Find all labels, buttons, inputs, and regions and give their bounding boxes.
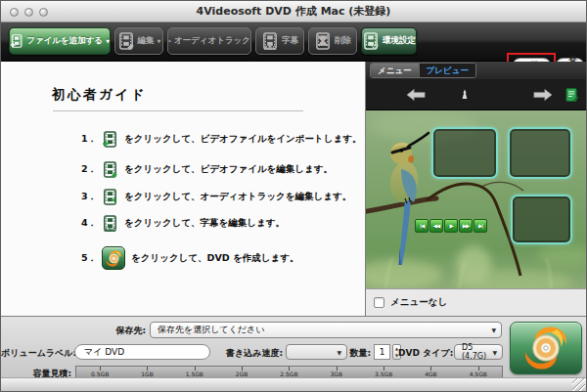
volume-name-input[interactable]: マイ DVD <box>74 344 210 360</box>
tab-preview[interactable]: プレビュー <box>420 64 475 77</box>
audio-track-label: オーディオトラック <box>174 35 250 47</box>
destination-label: 保存先: <box>60 325 146 337</box>
menu-preview-area: |◀ ◀◀ ▶ ▶▶ ▶| <box>366 110 587 288</box>
next-menu-arrow-icon[interactable] <box>532 88 554 102</box>
menu-template-glyph-icon <box>461 89 469 100</box>
playback-controls: |◀ ◀◀ ▶ ▶▶ ▶| <box>415 219 487 233</box>
add-file-label: ファイルを追加する <box>26 35 103 47</box>
flame-disc-icon <box>523 326 568 370</box>
write-speed-dropdown[interactable]: ▼ <box>286 344 347 360</box>
delete-label: 削除 <box>335 35 351 47</box>
subtitle-label: 字幕 <box>282 35 298 47</box>
menu-thumbnail-frame-3[interactable] <box>511 195 572 244</box>
tick-label: 4.5GB <box>470 370 487 377</box>
guide-step-3: 3． をクリックして、オーディオトラックを編集します。 <box>81 189 351 205</box>
burn-disc-icon <box>102 246 125 270</box>
quantity-label: 数量: <box>343 347 371 360</box>
preview-tab-bar: メニュー プレビュー <box>366 62 587 79</box>
add-file-button[interactable]: ファイルを追加する ▼ <box>9 27 111 55</box>
dropdown-arrow-icon: ▼ <box>491 327 496 333</box>
guide-step-2: 2． をクリックして、ビデオファイルを編集します。 <box>81 161 333 178</box>
write-speed-label: 書き込み速度: <box>212 347 283 360</box>
film-audio-icon <box>168 32 171 50</box>
step-number: 5． <box>81 252 96 265</box>
rewind-button[interactable]: ◀◀ <box>429 219 443 233</box>
film-abc-icon: ABC <box>102 215 118 232</box>
dvd-type-dropdown[interactable]: D5 (4.7G) ▼ <box>454 344 503 360</box>
tick-mark <box>147 367 148 370</box>
menu-thumbnail-frame-1[interactable] <box>431 127 498 179</box>
audio-track-button[interactable]: オーディオトラック <box>167 27 251 55</box>
dropdown-arrow-icon: ▼ <box>492 349 497 356</box>
step-number: 4． <box>81 217 96 230</box>
burn-button[interactable] <box>510 322 582 374</box>
quantity-value: 1 <box>380 347 385 357</box>
tick-mark <box>289 367 290 370</box>
window-controls <box>10 8 48 17</box>
film-edit-icon <box>117 32 135 50</box>
film-abc-icon: ABC <box>261 32 279 50</box>
guide-step-5: 5． をクリックして、DVD を作成します。 <box>81 246 298 270</box>
title-bar: 4Videosoft DVD 作成 Mac (未登録) <box>1 1 586 22</box>
guide-step-4: 4． ABC をクリックして、字幕を編集します。 <box>81 215 285 232</box>
film-gear-icon <box>362 32 380 50</box>
tick-mark <box>384 367 384 370</box>
guide-title: 初心者ガイド <box>52 86 147 104</box>
dropdown-arrow-icon: ▼ <box>337 349 341 356</box>
chevron-down-icon: ▼ <box>106 39 110 44</box>
step-text: をクリックして、DVD を作成します。 <box>131 252 298 265</box>
no-menu-checkbox[interactable] <box>374 297 384 308</box>
close-button[interactable] <box>10 8 19 17</box>
tick-mark <box>195 367 196 370</box>
preferences-button[interactable]: 環境設定 <box>361 27 417 55</box>
tick-label: 1GB <box>141 370 154 377</box>
edit-button[interactable]: 編集 ▼ <box>114 27 163 55</box>
subtitle-button[interactable]: ABC 字幕 <box>255 27 304 55</box>
tick-label: 2GB <box>236 370 248 377</box>
tab-group: メニュー プレビュー <box>370 63 476 78</box>
minimize-button[interactable] <box>24 8 33 17</box>
tick-mark <box>430 367 431 370</box>
tick-mark <box>100 367 101 370</box>
window-title: 4Videosoft DVD 作成 Mac (未登録) <box>197 4 391 19</box>
play-button[interactable]: ▶ <box>444 219 458 233</box>
beginner-guide-panel: 初心者ガイド 1． をクリックして、ビデオファイルをインポートします。 2． を… <box>1 62 364 316</box>
edit-menu-icon[interactable] <box>565 87 579 103</box>
tick-label: 4GB <box>425 370 437 377</box>
previous-menu-arrow-icon[interactable] <box>405 88 427 102</box>
menu-nav-bar <box>366 79 587 110</box>
destination-value: 保存先を選択してください <box>158 324 264 336</box>
tick-label: 2.5GB <box>280 370 297 377</box>
dvd-type-label: DVD タイプ: <box>398 347 451 360</box>
previous-track-button[interactable]: |◀ <box>415 219 429 233</box>
no-menu-row: メニューなし <box>366 288 587 316</box>
burn-settings-panel: 保存先: 保存先を選択してください ▼ ボリュームラベル: マイ DVD 書き込… <box>1 316 586 377</box>
film-audio-icon <box>102 189 118 205</box>
zoom-button[interactable] <box>39 8 48 17</box>
fast-forward-button[interactable]: ▶▶ <box>459 219 473 233</box>
step-text: をクリックして、ビデオファイルをインポートします。 <box>124 133 361 146</box>
step-number: 2． <box>81 163 96 176</box>
step-text: をクリックして、字幕を編集します。 <box>124 217 285 230</box>
tab-menu[interactable]: メニュー <box>371 64 420 77</box>
abc-badge: ABC <box>264 45 277 50</box>
volume-name-value: マイ DVD <box>84 346 124 359</box>
guide-step-1: 1． をクリックして、ビデオファイルをインポートします。 <box>81 131 361 148</box>
status-bar <box>1 377 586 392</box>
tick-mark <box>242 367 243 370</box>
no-menu-label: メニューなし <box>390 296 447 309</box>
quantity-input[interactable]: 1 <box>374 344 390 360</box>
preview-panel: メニュー プレビュー <box>365 62 587 316</box>
chevron-down-icon: ▼ <box>158 39 161 44</box>
destination-dropdown[interactable]: 保存先を選択してください ▼ <box>150 322 502 338</box>
delete-button[interactable]: 削除 <box>308 27 357 55</box>
resize-grip[interactable] <box>572 378 585 391</box>
menu-thumbnail-frame-2[interactable] <box>508 127 572 179</box>
next-track-button[interactable]: ▶| <box>474 219 487 233</box>
tick-mark <box>337 367 338 370</box>
dvd-type-value: D5 (4.7G) <box>462 343 492 361</box>
tick-label: 0.5GB <box>91 370 109 377</box>
abc-badge: ABC <box>105 227 116 232</box>
step-number: 1． <box>81 133 96 146</box>
app-window: 4Videosoft DVD 作成 Mac (未登録) ファイルを追加する ▼ … <box>0 0 587 392</box>
